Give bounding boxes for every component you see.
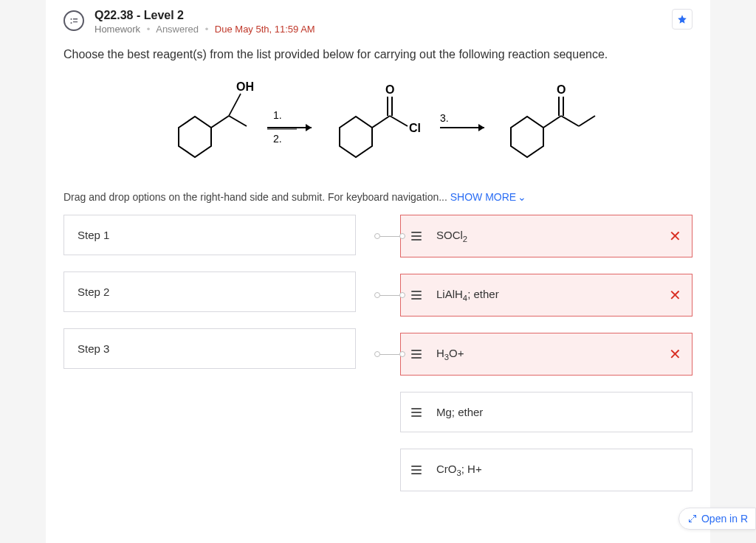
options-column: SOCl2✕LiAlH4; ether✕H3O+✕Mg; etherCrO3; … xyxy=(400,215,693,491)
meta-status: Answered xyxy=(156,24,199,35)
svg-line-2 xyxy=(229,116,247,126)
option-3[interactable]: H3O+✕ xyxy=(400,333,693,376)
option-label: Mg; ether xyxy=(436,406,483,418)
svg-line-10 xyxy=(372,116,390,128)
open-label: Open in R xyxy=(701,513,748,525)
drop-slot-step-1[interactable]: Step 1 xyxy=(63,215,356,255)
question-header: := Q22.38 - Level 2 Homework • Answered … xyxy=(63,9,693,35)
svg-line-3 xyxy=(229,94,241,116)
label-oh: OH xyxy=(236,80,254,93)
option-4[interactable]: Mg; ether xyxy=(400,392,693,432)
svg-line-21 xyxy=(561,116,579,126)
bookmark-button[interactable] xyxy=(672,9,693,30)
svg-line-20 xyxy=(543,116,561,128)
open-in-reader-button[interactable]: Open in R xyxy=(678,508,756,530)
svg-text:3.: 3. xyxy=(440,112,449,124)
reaction-diagram: OH 1. 2. O Cl 3. xyxy=(63,76,693,172)
svg-marker-0 xyxy=(179,117,211,157)
drag-handle-icon[interactable] xyxy=(411,466,422,474)
svg-text:2.: 2. xyxy=(273,133,282,145)
connector-line xyxy=(374,233,405,239)
svg-marker-9 xyxy=(340,117,372,157)
svg-text:O: O xyxy=(557,83,566,96)
svg-marker-19 xyxy=(511,117,543,157)
option-label: H3O+ xyxy=(436,347,464,359)
drag-handle-icon[interactable] xyxy=(411,291,422,300)
svg-text:O: O xyxy=(385,83,394,96)
svg-text:1.: 1. xyxy=(273,109,282,121)
svg-line-11 xyxy=(390,116,408,126)
drag-handle-icon[interactable] xyxy=(411,408,422,417)
dnd-instructions: Drag and drop options on the right-hand … xyxy=(63,191,693,203)
question-meta: Homework • Answered • Due May 5th, 11:59… xyxy=(94,24,315,35)
svg-line-1 xyxy=(211,116,229,128)
incorrect-icon: ✕ xyxy=(669,345,681,363)
option-1[interactable]: SOCl2✕ xyxy=(400,215,693,257)
show-more-link[interactable]: SHOW MORE ⌄ xyxy=(450,191,526,203)
question-card: := Q22.38 - Level 2 Homework • Answered … xyxy=(46,0,710,543)
meta-type: Homework xyxy=(94,24,140,35)
incorrect-icon: ✕ xyxy=(669,227,681,245)
question-prompt: Choose the best reagent(s) from the list… xyxy=(63,48,693,61)
drag-handle-icon[interactable] xyxy=(411,232,422,241)
connector-line xyxy=(374,351,405,357)
connector-line xyxy=(374,292,405,298)
drop-slot-step-2[interactable]: Step 2 xyxy=(63,272,356,312)
drop-targets-column: Step 1Step 2Step 3 xyxy=(63,215,356,491)
svg-marker-18 xyxy=(478,124,484,131)
question-title: Q22.38 - Level 2 xyxy=(94,9,315,22)
option-label: CrO3; H+ xyxy=(436,463,482,475)
option-label: LiAlH4; ether xyxy=(436,288,499,300)
meta-due: Due May 5th, 11:59 AM xyxy=(215,24,315,35)
expand-icon xyxy=(688,514,697,523)
drag-drop-area: Step 1Step 2Step 3 SOCl2✕LiAlH4; ether✕H… xyxy=(63,215,693,491)
option-label: SOCl2 xyxy=(436,229,467,241)
svg-line-22 xyxy=(579,116,595,126)
svg-marker-5 xyxy=(306,124,312,131)
incorrect-icon: ✕ xyxy=(669,286,681,304)
svg-text:Cl: Cl xyxy=(409,122,421,134)
option-5[interactable]: CrO3; H+ xyxy=(400,449,693,491)
option-2[interactable]: LiAlH4; ether✕ xyxy=(400,274,693,317)
drag-handle-icon[interactable] xyxy=(411,350,422,359)
star-icon xyxy=(677,14,687,24)
chevron-down-icon: ⌄ xyxy=(518,191,526,203)
drop-slot-step-3[interactable]: Step 3 xyxy=(63,328,356,369)
question-type-icon: := xyxy=(63,10,84,31)
